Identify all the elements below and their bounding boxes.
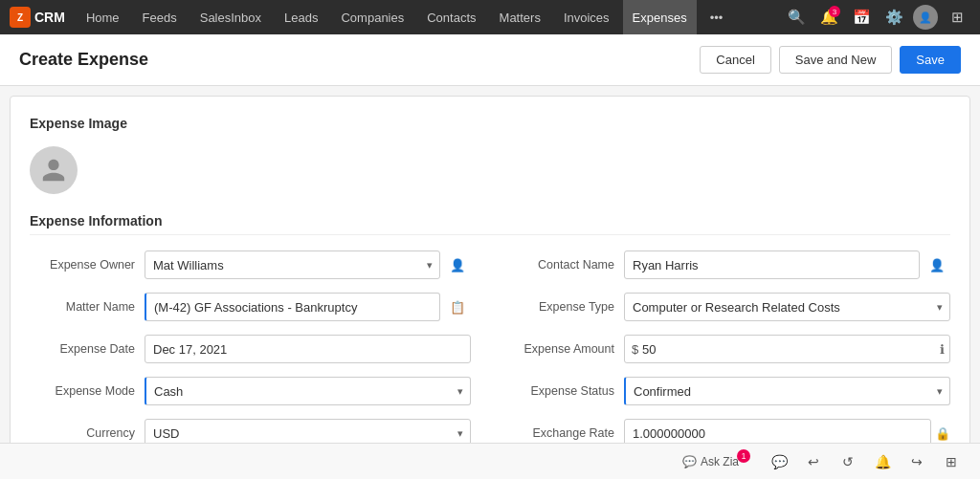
expense-owner-select-wrap: Mat Williams	[145, 250, 440, 279]
search-icon-btn[interactable]: 🔍	[783, 4, 810, 31]
expense-type-control: Computer or Research Related Costs	[624, 293, 950, 321]
contact-name-input[interactable]	[624, 250, 920, 279]
calendar-icon-btn[interactable]: 📅	[848, 4, 875, 31]
expense-date-input[interactable]	[145, 335, 471, 363]
expense-mode-label: Expense Mode	[30, 384, 135, 398]
form-left-column: Expense Owner Mat Williams 👤 Matter Name	[30, 250, 471, 461]
main-content: Expense Image Expense Information Expens…	[10, 96, 970, 479]
grid-icon-btn[interactable]: ⊞	[944, 4, 970, 31]
save-button[interactable]: Save	[900, 46, 961, 74]
expense-date-control	[145, 335, 471, 363]
expense-mode-select[interactable]: Cash	[145, 377, 471, 405]
matter-name-label: Matter Name	[30, 300, 135, 314]
bottom-alarm-icon-btn[interactable]: 🔔	[869, 448, 896, 475]
contact-name-label: Contact Name	[509, 258, 614, 272]
nav-more[interactable]: •••	[701, 0, 733, 34]
top-navigation: Z CRM Home Feeds SalesInbox Leads Compan…	[0, 0, 980, 34]
page-header: Create Expense Cancel Save and New Save	[0, 34, 980, 86]
cancel-button[interactable]: Cancel	[700, 46, 770, 74]
expense-amount-input[interactable]	[624, 335, 950, 363]
header-actions: Cancel Save and New Save	[700, 46, 961, 74]
expense-amount-wrap: $ ℹ	[624, 335, 950, 363]
expense-date-label: Expense Date	[30, 342, 135, 356]
nav-home[interactable]: Home	[77, 0, 129, 34]
expense-image-title: Expense Image	[30, 116, 950, 135]
notification-badge: 3	[829, 6, 840, 17]
expense-status-control: Confirmed	[624, 377, 950, 405]
nav-feeds[interactable]: Feeds	[133, 0, 187, 34]
logo-icon: Z	[10, 7, 31, 28]
expense-image-upload[interactable]	[30, 146, 78, 194]
expense-type-label: Expense Type	[509, 300, 614, 314]
expense-image-section: Expense Image	[30, 116, 950, 194]
bottom-chat-icon-btn[interactable]: 💬	[766, 448, 792, 475]
nav-icon-group: 🔍 🔔 3 📅 ⚙️ 👤 ⊞	[783, 4, 970, 31]
expense-amount-row: Expense Amount $ ℹ	[509, 335, 950, 363]
zia-badge: 1	[737, 449, 750, 463]
bottom-forward-icon-btn[interactable]: ↪	[903, 448, 930, 475]
app-logo[interactable]: Z CRM	[10, 7, 65, 28]
expense-owner-select[interactable]: Mat Williams	[145, 250, 440, 279]
nav-contacts[interactable]: Contacts	[417, 0, 485, 34]
expense-info-title: Expense Information	[30, 213, 950, 235]
notification-icon-btn[interactable]: 🔔 3	[815, 4, 842, 31]
ask-zia-button[interactable]: 💬 Ask Zia 1	[675, 451, 758, 472]
person-icon	[40, 157, 67, 184]
nav-invoices[interactable]: Invoices	[554, 0, 619, 34]
expense-type-select-wrap: Computer or Research Related Costs	[624, 293, 950, 321]
page-title: Create Expense	[19, 50, 148, 70]
expense-mode-row: Expense Mode Cash	[30, 377, 471, 405]
matter-name-lookup-icon[interactable]: 📋	[444, 294, 471, 320]
exchange-rate-lock-icon: 🔒	[935, 426, 950, 441]
expense-amount-label: Expense Amount	[509, 342, 614, 356]
bottom-bar: 💬 Ask Zia 1 💬 ↩ ↺ 🔔 ↪ ⊞	[0, 443, 980, 479]
contact-name-row: Contact Name 👤	[509, 250, 950, 279]
expense-status-label: Expense Status	[509, 384, 614, 398]
expense-status-select-wrap: Confirmed	[624, 377, 950, 405]
nav-companies[interactable]: Companies	[331, 0, 413, 34]
contact-name-lookup-icon[interactable]: 👤	[924, 251, 950, 278]
expense-status-row: Expense Status Confirmed	[509, 377, 950, 405]
matter-name-row: Matter Name 📋	[30, 293, 471, 321]
exchange-rate-label: Exchange Rate	[509, 426, 614, 440]
expense-date-row: Expense Date	[30, 335, 471, 363]
settings-icon-btn[interactable]: ⚙️	[880, 4, 907, 31]
bottom-refresh-icon-btn[interactable]: ↺	[835, 448, 861, 475]
expense-owner-row: Expense Owner Mat Williams 👤	[30, 250, 471, 279]
currency-label: Currency	[30, 426, 135, 440]
expense-info-section: Expense Information Expense Owner Mat Wi…	[30, 213, 950, 461]
nav-expenses[interactable]: Expenses	[623, 0, 697, 34]
amount-info-icon: ℹ	[940, 342, 945, 357]
expense-mode-control: Cash	[145, 377, 471, 405]
nav-salesinbox[interactable]: SalesInbox	[190, 0, 271, 34]
save-and-new-button[interactable]: Save and New	[779, 46, 893, 74]
expense-amount-control: $ ℹ	[624, 335, 950, 363]
app-name: CRM	[34, 10, 65, 25]
nav-matters[interactable]: Matters	[490, 0, 550, 34]
expense-owner-control: Mat Williams 👤	[145, 250, 471, 279]
expense-status-select[interactable]: Confirmed	[624, 377, 950, 405]
contact-name-control: 👤	[624, 250, 950, 279]
user-avatar[interactable]: 👤	[913, 5, 938, 30]
expense-mode-select-wrap: Cash	[145, 377, 471, 405]
expense-owner-lookup-icon[interactable]: 👤	[444, 251, 471, 278]
bottom-back-icon-btn[interactable]: ↩	[800, 448, 827, 475]
expense-type-select[interactable]: Computer or Research Related Costs	[624, 293, 950, 321]
expense-owner-label: Expense Owner	[30, 258, 135, 272]
ask-zia-label: Ask Zia	[701, 455, 739, 468]
zia-chat-icon: 💬	[682, 455, 697, 468]
matter-name-control: 📋	[145, 293, 471, 321]
form-grid: Expense Owner Mat Williams 👤 Matter Name	[30, 250, 950, 461]
nav-leads[interactable]: Leads	[275, 0, 327, 34]
expense-type-row: Expense Type Computer or Research Relate…	[509, 293, 950, 321]
matter-name-input[interactable]	[145, 293, 440, 321]
bottom-grid-icon-btn[interactable]: ⊞	[938, 448, 965, 475]
form-right-column: Contact Name 👤 Expense Type Computer or …	[509, 250, 950, 461]
